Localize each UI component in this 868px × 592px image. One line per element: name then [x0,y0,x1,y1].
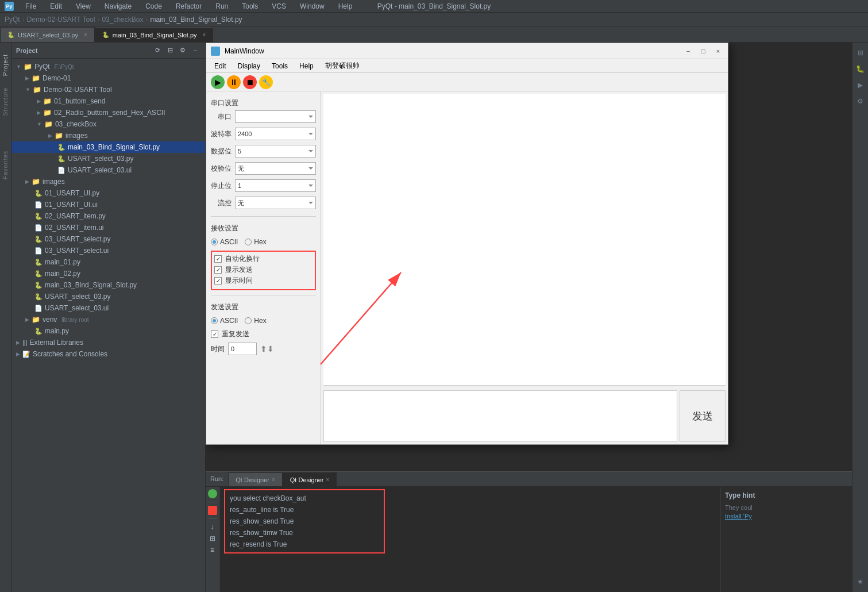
qt-menu-tools[interactable]: Tools [266,61,294,71]
tree-main03-bind2[interactable]: 🐍 main_03_Bind_Signal_Slot.py [11,279,205,291]
menu-navigate[interactable]: Navigate [102,2,134,10]
show-time-checkbox[interactable] [214,277,222,285]
menu-file[interactable]: File [23,2,38,10]
tree-main-py[interactable]: 🐍 main.py [11,325,205,337]
menu-refactor[interactable]: Refactor [173,2,204,10]
bottom-tab-close-0[interactable]: × [272,476,275,483]
qt-menu-edit[interactable]: Edit [209,61,232,71]
crumb-3[interactable]: main_03_Bind_Signal_Slot.py [150,16,242,24]
time-input[interactable] [228,343,257,355]
qt-send-input-field[interactable] [323,390,677,442]
qt-maximize-btn[interactable]: □ [698,46,708,56]
scroll-down-btn[interactable]: ↓ [208,522,217,532]
tree-02-usart-item-ui[interactable]: 📄 02_USART_item.ui [11,222,205,233]
sidebar-tab-favorites[interactable]: Favorites [2,151,9,179]
menu-window[interactable]: Window [298,2,327,10]
parity-select[interactable]: 无 [235,162,316,175]
side-icon-terminal[interactable]: ⊞ [855,47,866,59]
repeat-send-checkbox[interactable] [211,330,218,338]
menu-run[interactable]: Run [213,2,230,10]
tree-03-checkbox[interactable]: ▼ 📁 03_checkBox [11,118,205,130]
sync-icon[interactable]: ⟳ [152,45,163,56]
tree-01-usart-ui-ui[interactable]: 📄 01_USART_UI.ui [11,199,205,210]
side-icon-run2[interactable]: ▶ [855,79,866,91]
show-time-row[interactable]: 显示时间 [214,276,313,286]
tab-close-0[interactable]: × [84,32,87,38]
baud-rate-select[interactable]: 2400 [235,128,316,140]
send-ascii-label[interactable]: ASCII [211,317,238,325]
receive-ascii-radio[interactable] [211,239,218,245]
qt-menu-author[interactable]: 胡登硕很帅 [319,60,365,72]
stop-bits-select[interactable]: 1 [235,179,316,192]
crumb-1[interactable]: Demo-02-USART Tool [27,16,95,24]
qt-menu-display[interactable]: Display [232,61,266,71]
tree-03-usart-select-ui[interactable]: 📄 03_USART_select.ui [11,245,205,256]
settings-icon[interactable]: ⚙ [178,45,188,56]
side-icon-tools2[interactable]: ⚙ [855,95,866,107]
qt-stop-btn[interactable]: ⏹ [243,75,257,89]
tree-usart-select03-py2[interactable]: 🐍 USART_select_03.py [11,291,205,302]
receive-hex-label[interactable]: Hex [245,238,266,246]
tree-02-radio[interactable]: ▶ 📁 02_Radio_buttom_send_Hex_ASCII [11,107,205,118]
send-hex-label[interactable]: Hex [245,317,266,325]
tree-venv[interactable]: ▶ 📁 venv library root [11,314,205,325]
tree-demo02[interactable]: ▼ 📁 Demo-02-USART Tool [11,84,205,95]
tree-01-usart-ui-py[interactable]: 🐍 01_USART_UI.py [11,187,205,199]
tree-usart-select03-py[interactable]: 🐍 USART_select_03.py [11,153,205,164]
tree-images-inner[interactable]: ▶ 📁 images [11,130,205,141]
tab-usart-select[interactable]: 🐍 USART_select_03.py × [0,27,95,42]
tree-demo01[interactable]: ▶ 📁 Demo-01 [11,72,205,84]
tree-01-buttom[interactable]: ▶ 📁 01_buttom_send [11,95,205,107]
menu-help[interactable]: Help [336,2,355,10]
tab-main-bind[interactable]: 🐍 main_03_Bind_Signal_Slot.py × [95,27,214,42]
side-icon-debug[interactable]: 🐛 [855,63,866,75]
show-send-row[interactable]: 显示发送 [214,265,313,275]
crumb-0[interactable]: PyQt [5,16,20,24]
sidebar-tab-structure[interactable]: Structure [2,87,9,116]
auto-newline-checkbox[interactable] [214,255,222,263]
tree-main02[interactable]: 🐍 main_02.py [11,268,205,279]
repeat-send-row[interactable]: 重复发送 [211,329,316,339]
tree-main03-bind[interactable]: 🐍 main_03_Bind_Signal_Slot.py [11,141,205,153]
tree-root[interactable]: ▼ 📁 PyQt F:\PyQt [11,61,205,72]
qt-close-btn[interactable]: × [713,46,723,56]
menu-tools[interactable]: Tools [240,2,260,10]
qt-wrench-btn[interactable]: 🔧 [259,75,273,89]
bottom-tab-close-1[interactable]: × [326,476,330,483]
menu-code[interactable]: Code [143,2,164,10]
stop-square-btn[interactable] [208,506,217,515]
menu-view[interactable]: View [74,2,93,10]
crumb-2[interactable]: 03_checkBox [102,16,143,24]
tree-usart-select03-ui2[interactable]: 📄 USART_select_03.ui [11,302,205,314]
send-ascii-radio[interactable] [211,317,218,324]
qt-minimize-btn[interactable]: − [683,46,693,56]
serial-port-select[interactable] [235,110,316,123]
run-circle-btn[interactable] [208,489,217,498]
qt-run-btn[interactable]: ▶ [211,75,225,89]
menu-vcs[interactable]: VCS [269,2,288,10]
sidebar-tab-project[interactable]: Project [2,54,9,76]
tab-close-1[interactable]: × [203,32,206,38]
tree-usart-select03-ui[interactable]: 📄 USART_select_03.ui [11,164,205,176]
tree-scratches[interactable]: ▶ 📝 Scratches and Consoles [11,348,205,360]
bottom-tab-qt1[interactable]: Qt Designer × [228,472,283,486]
receive-ascii-label[interactable]: ASCII [211,238,238,246]
data-bits-select[interactable]: 5 [235,145,316,157]
bottom-tab-qt2[interactable]: Qt Designer × [283,472,337,486]
tree-ext-libs[interactable]: ▶ ||| External Libraries [11,337,205,348]
qt-menu-help[interactable]: Help [294,61,319,71]
side-icon-star[interactable]: ★ [855,576,866,587]
scroll-up-btn[interactable]: ⊞ [208,534,217,543]
show-send-checkbox[interactable] [214,266,222,274]
minimize-panel-icon[interactable]: − [190,45,200,56]
tree-02-usart-item-py[interactable]: 🐍 02_USART_item.py [11,210,205,222]
collapse-icon[interactable]: ⊟ [165,45,175,56]
flow-control-select[interactable]: 无 [235,197,316,209]
tree-03-usart-select-py[interactable]: 🐍 03_USART_select.py [11,233,205,245]
tree-main01[interactable]: 🐍 main_01.py [11,256,205,268]
tree-images-outer[interactable]: ▶ 📁 images [11,176,205,187]
receive-hex-radio[interactable] [245,239,252,245]
menu-edit[interactable]: Edit [48,2,64,10]
qt-pause-btn[interactable]: ⏸ [227,75,241,89]
auto-newline-row[interactable]: 自动化换行 [214,254,313,264]
